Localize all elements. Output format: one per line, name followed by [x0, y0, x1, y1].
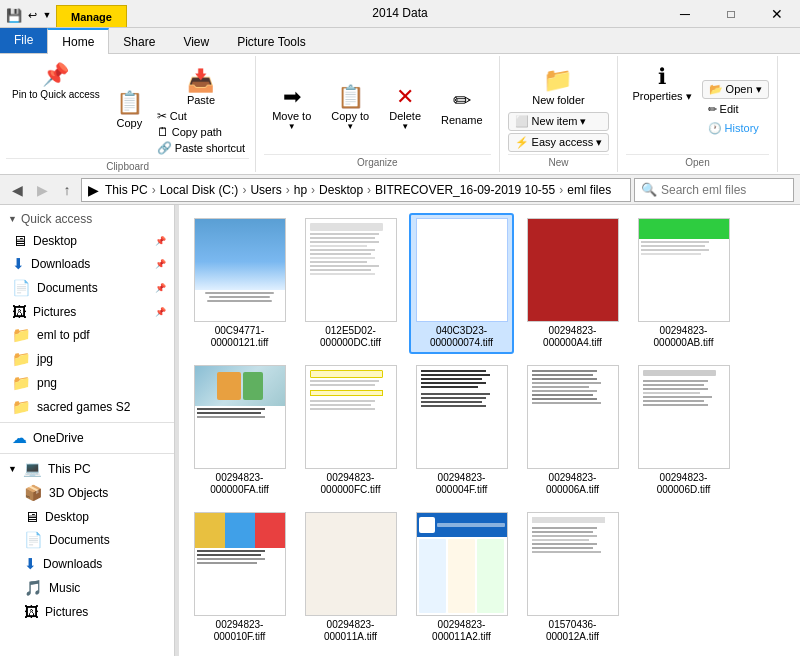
sidebar-item-desktop[interactable]: 🖥 Desktop 📌: [0, 229, 174, 252]
sidebar-item-jpg[interactable]: 📁 jpg: [0, 347, 174, 371]
delete-label: Delete: [389, 110, 421, 122]
pin-quick-access-button[interactable]: 📌 Pin to Quick access: [6, 58, 106, 105]
path-icon: ▶: [88, 182, 99, 198]
rename-button[interactable]: ✏ Rename: [433, 84, 491, 130]
sidebar-item-onedrive[interactable]: ☁ OneDrive: [0, 426, 174, 450]
quick-save-icon[interactable]: 💾: [6, 7, 22, 23]
sidebar-section-this-pc[interactable]: ▼ 💻 This PC: [0, 457, 174, 481]
file-name: 00294823-000006D.tiff: [636, 472, 731, 496]
paste-shortcut-button[interactable]: 🔗 Paste shortcut: [153, 140, 249, 156]
ribbon-group-organize: ➡ Move to ▼ 📋 Copy to ▼ ✕ Delete ▼ ✏ Ren…: [256, 56, 499, 172]
sidebar-separator-2: [0, 453, 174, 454]
file-item[interactable]: 00294823-000000FC.tiff: [298, 360, 403, 501]
delete-button[interactable]: ✕ Delete ▼: [381, 80, 429, 135]
ribbon-group-clipboard: 📌 Pin to Quick access 📋 Copy 📥 Paste: [0, 56, 256, 172]
file-name: 00294823-000000A4.tiff: [525, 325, 620, 349]
copy-path-button[interactable]: 🗒 Copy path: [153, 124, 249, 140]
move-to-button[interactable]: ➡ Move to ▼: [264, 80, 319, 135]
file-item[interactable]: 00294823-000010F.tiff: [187, 507, 292, 648]
file-item[interactable]: 00294823-000004F.tiff: [409, 360, 514, 501]
file-item[interactable]: 012E5D02-000000DC.tiff: [298, 213, 403, 354]
file-item[interactable]: 00294823-000000AB.tiff: [631, 213, 736, 354]
copy-path-icon: 🗒: [157, 125, 169, 139]
delete-icon: ✕: [396, 84, 414, 110]
file-name: 00294823-000010F.tiff: [192, 619, 287, 643]
file-thumbnail: [527, 365, 619, 469]
sidebar-item-downloads[interactable]: ⬇ Downloads 📌: [0, 252, 174, 276]
file-item[interactable]: 00294823-000000FA.tiff: [187, 360, 292, 501]
ribbon-group-open: ℹ Properties ▾ 📂 Open ▾ ✏ Edit 🕐 History: [618, 56, 777, 172]
downloads-icon: ⬇: [12, 255, 25, 273]
this-pc-arrow: ▼: [8, 464, 17, 474]
file-item[interactable]: 00294823-000006A.tiff: [520, 360, 625, 501]
file-name: 040C3D23-000000074.tiff: [414, 325, 509, 349]
sidebar-item-pc-pictures[interactable]: 🖼 Pictures: [0, 600, 174, 623]
file-name: 00294823-000011A2.tiff: [414, 619, 509, 643]
maximize-button[interactable]: □: [708, 0, 754, 28]
cut-button[interactable]: ✂ Cut: [153, 108, 249, 124]
sidebar-item-eml-to-pdf[interactable]: 📁 eml to pdf: [0, 323, 174, 347]
sidebar-item-pc-documents[interactable]: 📄 Documents: [0, 528, 174, 552]
tab-share[interactable]: Share: [109, 31, 169, 53]
open-button[interactable]: 📂 Open ▾: [702, 80, 769, 99]
edit-button[interactable]: ✏ Edit: [702, 101, 769, 118]
paste-icon: 📥: [187, 68, 214, 94]
sidebar-item-documents[interactable]: 📄 Documents 📌: [0, 276, 174, 300]
move-to-label: Move to: [272, 110, 311, 122]
tab-home[interactable]: Home: [47, 28, 109, 54]
file-thumbnail: [416, 218, 508, 322]
file-area: 00C94771-00000121.tiff: [179, 205, 800, 656]
forward-button[interactable]: ▶: [31, 179, 53, 201]
quick-access-section[interactable]: ▼ Quick access: [0, 209, 174, 229]
file-name: 00294823-000000FC.tiff: [303, 472, 398, 496]
up-button[interactable]: ↑: [56, 179, 78, 201]
sidebar-item-pictures[interactable]: 🖼 Pictures 📌: [0, 300, 174, 323]
easy-access-button[interactable]: ⚡ Easy access ▾: [508, 133, 610, 152]
sidebar-item-sacred-games[interactable]: 📁 sacred games S2: [0, 395, 174, 419]
sidebar-item-pc-desktop[interactable]: 🖥 Desktop: [0, 505, 174, 528]
new-folder-icon: 📁: [543, 66, 573, 94]
address-path[interactable]: ▶ This PC › Local Disk (C:) › Users › hp…: [81, 178, 631, 202]
file-item[interactable]: 00294823-000011A2.tiff: [409, 507, 514, 648]
sidebar-item-png[interactable]: 📁 png: [0, 371, 174, 395]
sidebar-item-pc-downloads[interactable]: ⬇ Downloads: [0, 552, 174, 576]
clipboard-label: Clipboard: [6, 158, 249, 172]
file-item[interactable]: 00294823-000006D.tiff: [631, 360, 736, 501]
properties-button[interactable]: ℹ Properties ▾: [626, 60, 697, 107]
paste-button[interactable]: 📥 Paste: [153, 66, 249, 108]
file-item[interactable]: 040C3D23-000000074.tiff: [409, 213, 514, 354]
search-box[interactable]: 🔍: [634, 178, 794, 202]
copy-to-button[interactable]: 📋 Copy to ▼: [323, 80, 377, 135]
tab-file[interactable]: File: [0, 27, 47, 53]
tab-manage[interactable]: Manage: [56, 5, 127, 27]
minimize-button[interactable]: ─: [662, 0, 708, 28]
file-item[interactable]: 00294823-000011A.tiff: [298, 507, 403, 648]
close-button[interactable]: ✕: [754, 0, 800, 28]
file-item[interactable]: 01570436-000012A.tiff: [520, 507, 625, 648]
path-sep-2: ›: [242, 183, 246, 197]
sidebar-item-3d-objects[interactable]: 📦 3D Objects: [0, 481, 174, 505]
back-button[interactable]: ◀: [6, 179, 28, 201]
new-item-button[interactable]: ⬜ New item ▾: [508, 112, 610, 131]
history-button[interactable]: 🕐 History: [702, 120, 769, 137]
file-thumbnail: [638, 218, 730, 322]
file-thumbnail: [194, 218, 286, 322]
file-item[interactable]: 00294823-000000A4.tiff: [520, 213, 625, 354]
window-title: 2014 Data: [372, 6, 427, 20]
jpg-folder-icon: 📁: [12, 350, 31, 368]
search-icon: 🔍: [641, 182, 657, 197]
search-input[interactable]: [661, 183, 787, 197]
sidebar: ▼ Quick access 🖥 Desktop 📌 ⬇ Downloads 📌…: [0, 205, 175, 656]
new-folder-button[interactable]: 📁 New folder: [508, 62, 610, 110]
quick-undo-icon[interactable]: ↩: [24, 7, 40, 23]
sidebar-item-music[interactable]: 🎵 Music: [0, 576, 174, 600]
copy-button[interactable]: 📋 Copy: [108, 86, 151, 133]
pin-indicator-dl: 📌: [155, 259, 166, 269]
this-pc-label: This PC: [48, 462, 91, 476]
tab-view[interactable]: View: [169, 31, 223, 53]
quick-dropdown-icon[interactable]: ▼: [42, 7, 52, 23]
file-item[interactable]: 00C94771-00000121.tiff: [187, 213, 292, 354]
file-thumbnail: [416, 365, 508, 469]
tab-picture-tools[interactable]: Picture Tools: [223, 31, 319, 53]
copy-to-icon: 📋: [337, 84, 364, 110]
